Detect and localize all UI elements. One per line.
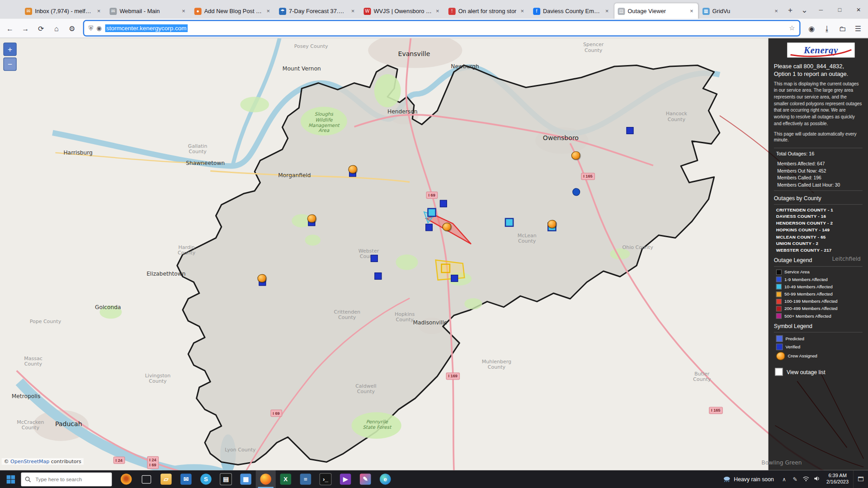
outage-map[interactable]: Posey CountySpencer CountyEvansvilleNewb… [0, 38, 868, 470]
tab-close-icon[interactable]: ✕ [434, 8, 440, 15]
mail-icon[interactable]: ✉ [176, 470, 196, 488]
minimize-button[interactable]: ─ [811, 0, 830, 19]
tab-close-icon[interactable]: ✕ [350, 8, 356, 15]
tray-expand-icon[interactable]: ∧ [779, 476, 789, 482]
outage-marker[interactable] [572, 188, 580, 196]
excel-icon[interactable]: X [276, 470, 296, 488]
symbol-legend-title: Symbol Legend [774, 323, 863, 329]
zoom-out-button[interactable]: − [3, 57, 16, 70]
outage-marker[interactable] [374, 272, 382, 280]
home-button[interactable]: ⌂ [50, 22, 63, 35]
outage-marker[interactable] [371, 255, 378, 262]
attribution-suffix: contributors [49, 459, 81, 464]
skype-icon[interactable]: S [196, 470, 216, 488]
tab-close-icon[interactable]: ✕ [180, 8, 186, 15]
outage-marker[interactable] [307, 214, 316, 222]
browser-tab[interactable]: ▤ Outage Viewer ✕ [614, 3, 698, 19]
browser-tab[interactable]: ▦ GridVu ✕ [699, 3, 783, 19]
forward-button[interactable]: → [19, 22, 32, 35]
weather-flower-icon[interactable] [116, 470, 136, 488]
browser-tab[interactable]: ! On alert for strong stor ✕ [445, 3, 528, 19]
tab-close-icon[interactable]: ✕ [689, 8, 694, 15]
tab-title: 7-Day Forecast 37.77N [289, 8, 347, 14]
library-icon[interactable]: 🗀 [836, 22, 849, 35]
interstate-shield: I 69 [426, 192, 438, 199]
legend-row: 200-499 Members Affected [776, 306, 863, 311]
browser-tab-bar: ✉ Inbox (7,974) - melford ✕ ✉ Webmail - … [0, 0, 868, 19]
network-icon[interactable] [802, 476, 811, 483]
auto-update-note: This page will update automatically ever… [774, 131, 863, 144]
outage-marker[interactable] [505, 218, 514, 227]
outage-marker[interactable] [547, 220, 557, 228]
browser-tab[interactable]: W WVJS | Owensboro Rad ✕ [360, 3, 444, 19]
paint-icon[interactable]: ✎ [355, 470, 375, 488]
weather-text: Heavy rain soon [734, 476, 774, 482]
zoom-in-button[interactable]: + [3, 42, 16, 56]
tab-title: Add New Blog Post < O [204, 8, 263, 14]
media-player-icon[interactable]: ▶ [335, 470, 355, 488]
volume-icon[interactable] [812, 476, 822, 483]
browser-tab[interactable]: ✉ Webmail - Main ✕ [106, 3, 190, 19]
legend-label: 50-99 Members Affected [784, 291, 833, 296]
outage-marker[interactable] [627, 127, 634, 134]
outage-marker[interactable] [451, 275, 458, 282]
tab-list-dropdown-icon[interactable]: ⌄ [797, 3, 811, 17]
outage-marker[interactable] [427, 208, 436, 217]
pocket-icon[interactable]: ◉ [805, 22, 818, 35]
legend-swatch [776, 306, 782, 311]
tab-favicon-icon: W [363, 8, 371, 15]
reload-button[interactable]: ⟳ [34, 22, 47, 35]
notes-icon[interactable]: ≡ [296, 470, 316, 488]
url-text[interactable]: stormcenter.kenergycorp.com [105, 24, 187, 32]
tab-close-icon[interactable]: ✕ [265, 8, 271, 15]
taskbar-clock[interactable]: 6:39 AM 2/16/2023 [822, 473, 853, 486]
browser-tab[interactable]: ● Add New Blog Post < O ✕ [191, 3, 274, 19]
browser-tab[interactable]: f Daviess County Emerge ✕ [530, 3, 613, 19]
openstreetmap-link[interactable]: OpenStreetMap [10, 459, 49, 464]
edge-icon[interactable]: e [375, 470, 395, 488]
outage-marker[interactable] [257, 274, 266, 282]
console-icon[interactable]: ›_ [316, 470, 335, 488]
tracking-shield-icon[interactable]: ⛨ [89, 24, 93, 32]
outage-marker[interactable] [442, 223, 451, 231]
pen-icon[interactable]: ✎ [791, 476, 800, 482]
store-icon[interactable]: ▤ [216, 470, 236, 488]
task-view-icon[interactable] [136, 470, 156, 488]
browser-tab[interactable]: ☂ 7-Day Forecast 37.77N ✕ [276, 3, 359, 19]
action-center-icon[interactable]: 🗔 [853, 470, 868, 488]
tab-close-icon[interactable]: ✕ [96, 8, 102, 15]
outage-marker[interactable] [425, 224, 433, 231]
tab-title: Webmail - Main [119, 8, 178, 14]
address-bar[interactable]: ⛨ ◉ stormcenter.kenergycorp.com ☆ [84, 21, 799, 36]
legend-label: 10-49 Members Affected [784, 284, 833, 289]
maximize-button[interactable]: □ [830, 0, 849, 19]
outage-marker[interactable] [441, 263, 450, 273]
new-tab-button[interactable]: + [783, 3, 797, 17]
outage-marker[interactable] [571, 151, 580, 160]
tab-close-icon[interactable]: ✕ [774, 8, 779, 15]
taskbar-weather[interactable]: Heavy rain soon [717, 476, 779, 483]
firefox-icon[interactable] [256, 470, 276, 488]
menu-hamburger-icon[interactable]: ☰ [851, 22, 864, 35]
bookmark-star-icon[interactable]: ☆ [789, 24, 795, 32]
browser-tab[interactable]: ✉ Inbox (7,974) - melford ✕ [22, 3, 105, 19]
downloads-icon[interactable]: ⭳ [821, 22, 834, 35]
map-attribution: © OpenStreetMap contributors [2, 458, 84, 465]
close-button[interactable]: ✕ [849, 0, 868, 19]
file-explorer-icon[interactable]: ▱ [156, 470, 176, 488]
calculator-icon[interactable]: ▦ [236, 470, 256, 488]
legend-label: 500+ Members Affected [784, 314, 831, 319]
view-outage-list-checkbox[interactable] [775, 368, 783, 376]
view-outage-list-toggle[interactable]: View outage list [775, 368, 862, 376]
legend-label: 1-9 Members Affected [784, 277, 828, 282]
start-button[interactable] [0, 470, 21, 488]
outage-marker[interactable] [440, 200, 447, 207]
search-input[interactable] [34, 475, 98, 483]
back-button[interactable]: ← [3, 22, 16, 35]
site-identity-icon[interactable]: ◉ [96, 24, 102, 32]
tab-close-icon[interactable]: ✕ [604, 8, 610, 15]
settings-gear-icon[interactable]: ⚙ [65, 22, 78, 35]
outage-marker[interactable] [348, 165, 357, 174]
tab-close-icon[interactable]: ✕ [519, 8, 525, 15]
taskbar-search[interactable] [21, 472, 112, 486]
